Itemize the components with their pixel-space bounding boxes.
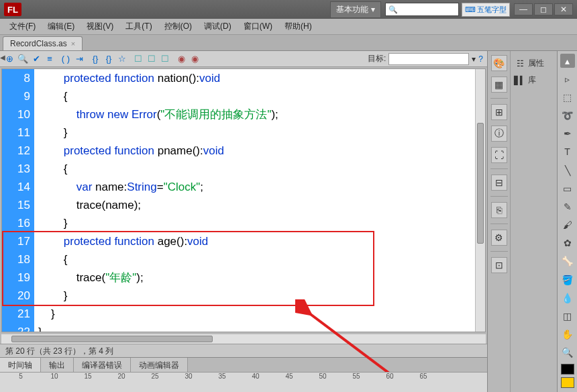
menu-bar: 文件(F) 编辑(E) 视图(V) 工具(T) 控制(O) 调试(D) 窗口(W… xyxy=(0,19,577,35)
close-button[interactable]: ✕ xyxy=(554,3,573,15)
menu-view[interactable]: 视图(V) xyxy=(81,19,119,34)
brush-tool-icon[interactable]: 🖌 xyxy=(560,218,575,232)
pencil-tool-icon[interactable]: ✎ xyxy=(560,199,575,213)
tab-animation-editor[interactable]: 动画编辑器 xyxy=(131,358,188,372)
transform-icon[interactable]: ⛶ xyxy=(491,147,507,163)
debug-icon[interactable]: ◉ xyxy=(176,54,187,64)
line-gutter: 8910111213141516171819202122 xyxy=(2,69,34,332)
properties-panel-button[interactable]: ☷属性 xyxy=(511,55,557,72)
tab-errors[interactable]: 编译器错误 xyxy=(74,358,131,372)
properties-icon: ☷ xyxy=(515,58,525,69)
eyedropper-icon[interactable]: 💧 xyxy=(560,291,575,305)
restore-button[interactable]: ◻ xyxy=(534,3,553,15)
menu-help[interactable]: 帮助(H) xyxy=(279,19,317,34)
align-icon[interactable]: ⊞ xyxy=(491,104,507,120)
line-tool-icon[interactable]: ╲ xyxy=(560,163,575,177)
info-icon[interactable]: ⓘ xyxy=(491,126,507,142)
add-icon[interactable]: ⊕ xyxy=(4,54,15,64)
document-tab[interactable]: RecordClass.as × xyxy=(3,36,83,50)
scrollbar-thumb[interactable] xyxy=(477,123,484,244)
target-label: 目标: xyxy=(368,53,386,64)
selection-tool-icon[interactable]: ▴ xyxy=(560,54,575,68)
tab-close-icon[interactable]: × xyxy=(71,40,75,48)
find-icon[interactable]: 🔍 xyxy=(17,54,28,64)
code-editor[interactable]: 8910111213141516171819202122 protected f… xyxy=(1,68,486,332)
library-small-icon: ▋▍ xyxy=(515,75,525,86)
search-box[interactable]: 🔍 xyxy=(385,3,459,16)
editor-pane: ⊕ 🔍 ✔ ≡ ( ) ⇥ {} {} ☆ ☐ ☐ ☐ ◉ ◉ xyxy=(0,51,487,392)
target-chevron-icon[interactable]: ▾ xyxy=(472,54,476,64)
indent-icon[interactable]: ⇥ xyxy=(74,54,85,64)
deco-tool-icon[interactable]: ✿ xyxy=(560,236,575,250)
expand-icon[interactable]: {} xyxy=(103,54,114,64)
bookmark3-icon[interactable]: ☐ xyxy=(160,54,170,64)
ime-icon: ⌨ xyxy=(465,5,476,14)
fill-stroke-swatches xyxy=(561,364,574,388)
bone-tool-icon[interactable]: 🦴 xyxy=(560,254,575,268)
separator xyxy=(490,98,508,99)
menu-edit[interactable]: 编辑(E) xyxy=(42,19,80,34)
menu-file[interactable]: 文件(F) xyxy=(4,19,41,34)
bookmark2-icon[interactable]: ☐ xyxy=(146,54,157,64)
app-logo: FL xyxy=(4,3,21,16)
zoom-tool-icon[interactable]: 🔍 xyxy=(560,346,575,360)
free-transform-icon[interactable]: ⬚ xyxy=(560,90,575,104)
vertical-scrollbar[interactable] xyxy=(475,69,485,332)
swatches-icon[interactable]: ▦ xyxy=(491,77,507,93)
separator xyxy=(490,196,508,197)
collapse-icon[interactable]: {} xyxy=(90,54,101,64)
library-panel-button[interactable]: ▋▍库 xyxy=(511,72,557,89)
history-icon[interactable]: ⊡ xyxy=(491,257,507,273)
tools-panel: ▴ ▹ ⬚ ➰ ✒ T ╲ ▭ ✎ 🖌 ✿ 🦴 🪣 💧 ◫ ✋ 🔍 xyxy=(557,51,577,392)
menu-window[interactable]: 窗口(W) xyxy=(238,19,278,34)
menu-debug[interactable]: 调试(D) xyxy=(199,19,237,34)
library-icon[interactable]: ⊟ xyxy=(491,175,507,191)
menu-tools[interactable]: 工具(T) xyxy=(120,19,157,34)
brace-icon[interactable]: ( ) xyxy=(60,54,71,64)
rectangle-tool-icon[interactable]: ▭ xyxy=(560,181,575,195)
timeline-ruler[interactable]: 5 10 15 20 25 30 35 40 45 50 55 60 65 xyxy=(0,372,487,392)
stroke-color-swatch[interactable] xyxy=(561,364,574,375)
panel-icon-column: 🎨 ▦ ⊞ ⓘ ⛶ ⊟ ⎘ ⚙ ⊡ xyxy=(488,51,511,392)
format-icon[interactable]: ≡ xyxy=(44,54,55,64)
status-bar: 第 20 行（共 23 行），第 4 列 xyxy=(0,344,487,357)
tab-timeline[interactable]: 时间轴 xyxy=(0,358,41,372)
search-icon: 🔍 xyxy=(388,5,398,14)
document-tab-label: RecordClass.as xyxy=(10,39,67,48)
color-palette-icon[interactable]: 🎨 xyxy=(491,55,507,71)
pen-tool-icon[interactable]: ✒ xyxy=(560,127,575,141)
components-icon[interactable]: ⚙ xyxy=(491,230,507,246)
tab-output[interactable]: 输出 xyxy=(41,358,74,372)
workspace-dropdown[interactable]: 基本功能▾ xyxy=(330,1,381,18)
bottom-panel-tabs: 时间轴 输出 编译器错误 动画编辑器 xyxy=(0,357,487,372)
minimize-button[interactable]: — xyxy=(514,3,533,15)
title-bar: FL 基本功能▾ 🔍 ⌨ 五笔字型 — ◻ ✕ xyxy=(0,0,577,19)
text-tool-icon[interactable]: T xyxy=(560,145,575,159)
code-content[interactable]: protected function nation():void { throw… xyxy=(34,69,485,332)
check-icon[interactable]: ✔ xyxy=(31,54,42,64)
paint-bucket-icon[interactable]: 🪣 xyxy=(560,273,575,287)
target-dropdown[interactable] xyxy=(388,53,469,65)
document-tab-bar: RecordClass.as × xyxy=(0,35,577,51)
separator xyxy=(490,251,508,252)
behaviors-icon[interactable]: ⎘ xyxy=(491,202,507,218)
hand-tool-icon[interactable]: ✋ xyxy=(560,328,575,342)
separator xyxy=(490,224,508,224)
bookmark1-icon[interactable]: ☐ xyxy=(133,54,144,64)
debug2-icon[interactable]: ◉ xyxy=(189,54,200,64)
horizontal-scrollbar[interactable] xyxy=(1,334,486,344)
panel-label-column: ☷属性 ▋▍库 xyxy=(511,51,557,392)
panel-collapse-icon[interactable]: ◀◀ xyxy=(0,54,5,61)
editor-toolbar: ⊕ 🔍 ✔ ≡ ( ) ⇥ {} {} ☆ ☐ ☐ ☐ ◉ ◉ xyxy=(0,51,487,67)
help-icon[interactable]: ? xyxy=(478,54,483,64)
side-panels: ◀◀ 🎨 ▦ ⊞ ⓘ ⛶ ⊟ ⎘ ⚙ ⊡ ☷属性 ▋▍库 xyxy=(487,51,557,392)
comment-icon[interactable]: ☆ xyxy=(117,54,127,64)
scrollbar-thumb[interactable] xyxy=(11,336,213,342)
eraser-tool-icon[interactable]: ◫ xyxy=(560,309,575,323)
menu-control[interactable]: 控制(O) xyxy=(159,19,197,34)
separator xyxy=(490,168,508,169)
subselection-tool-icon[interactable]: ▹ xyxy=(560,72,575,86)
ime-indicator[interactable]: ⌨ 五笔字型 xyxy=(462,3,510,17)
fill-color-swatch[interactable] xyxy=(561,377,574,388)
lasso-tool-icon[interactable]: ➰ xyxy=(560,109,575,123)
